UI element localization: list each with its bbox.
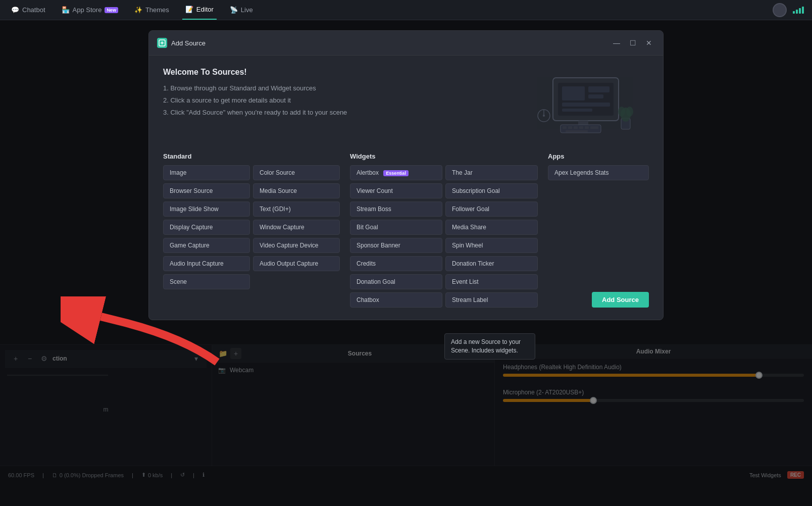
standard-items: Image Color Source Browser Source Media … <box>163 165 340 289</box>
nav-chatbot[interactable]: 💬 Chatbot <box>8 0 48 20</box>
dialog-title-left: Add Source <box>157 38 206 48</box>
svg-rect-6 <box>588 86 610 92</box>
dialog-body: Welcome To Sources! 1. Browse through ou… <box>149 56 663 320</box>
source-video-capture-device[interactable]: Video Capture Device <box>253 238 340 253</box>
svg-rect-5 <box>562 86 585 100</box>
minimize-button[interactable]: — <box>611 37 623 49</box>
dialog-title-text: Add Source <box>171 39 206 47</box>
illustration <box>518 68 649 138</box>
nav-editor[interactable]: 📝 Editor <box>182 0 217 20</box>
source-audio-input-capture[interactable]: Audio Input Capture <box>163 256 250 271</box>
apps-title: Apps <box>548 153 649 160</box>
appstore-icon: 🏪 <box>62 6 70 14</box>
apps-items: Apex Legends Stats <box>548 165 649 180</box>
welcome-step-1: 1. Browse through our Standard and Widge… <box>163 84 518 93</box>
main-area: Add Source — ☐ ✕ Welcome To Sources! 1. … <box>0 20 812 506</box>
dialog-welcome: Welcome To Sources! 1. Browse through ou… <box>163 68 649 138</box>
svg-rect-21 <box>568 126 572 129</box>
maximize-button[interactable]: ☐ <box>627 37 639 49</box>
source-game-capture[interactable]: Game Capture <box>163 238 250 253</box>
source-display-capture[interactable]: Display Capture <box>163 220 250 235</box>
source-media-source[interactable]: Media Source <box>253 183 340 198</box>
widget-spin-wheel[interactable]: Spin Wheel <box>445 238 538 253</box>
welcome-left: Welcome To Sources! 1. Browse through ou… <box>163 68 518 138</box>
svg-rect-26 <box>566 130 588 132</box>
welcome-heading: Welcome To Sources! <box>163 68 518 77</box>
nav-right <box>773 3 804 17</box>
source-image-slide-show[interactable]: Image Slide Show <box>163 201 250 217</box>
source-window-capture[interactable]: Window Capture <box>253 220 340 235</box>
source-audio-output-capture[interactable]: Audio Output Capture <box>253 256 340 271</box>
widgets-title: Widgets <box>350 153 538 160</box>
svg-rect-7 <box>588 94 603 98</box>
nav-appstore[interactable]: 🏪 App Store New <box>59 0 121 20</box>
widget-alertbox[interactable]: Alertbox Essential <box>350 165 442 180</box>
close-button[interactable]: ✕ <box>643 37 655 49</box>
widget-credits[interactable]: Credits <box>350 256 442 271</box>
svg-rect-9 <box>562 109 592 112</box>
widget-bit-goal[interactable]: Bit Goal <box>350 220 442 235</box>
widget-sponsor-banner[interactable]: Sponsor Banner <box>350 238 442 253</box>
source-image[interactable]: Image <box>163 165 250 180</box>
welcome-steps: 1. Browse through our Standard and Widge… <box>163 84 518 118</box>
standard-title: Standard <box>163 153 340 160</box>
chatbot-icon: 💬 <box>11 6 19 14</box>
svg-rect-25 <box>590 126 598 129</box>
svg-point-18 <box>626 107 633 117</box>
add-source-button[interactable]: Add Source <box>592 292 649 308</box>
widget-media-share[interactable]: Media Share <box>445 220 538 235</box>
add-source-dialog: Add Source — ☐ ✕ Welcome To Sources! 1. … <box>148 30 664 320</box>
svg-rect-24 <box>585 126 589 129</box>
widgets-section: Widgets Alertbox Essential The Jar Viewe… <box>350 153 538 308</box>
source-text-gdi[interactable]: Text (GDI+) <box>253 201 340 217</box>
widget-chatbox[interactable]: Chatbox <box>350 292 442 308</box>
svg-point-17 <box>618 107 625 117</box>
welcome-step-2: 2. Click a source to get more details ab… <box>163 96 518 105</box>
widget-the-jar[interactable]: The Jar <box>445 165 538 180</box>
widget-follower-goal[interactable]: Follower Goal <box>445 201 538 217</box>
widgets-items: Alertbox Essential The Jar Viewer Count … <box>350 165 538 308</box>
widget-event-list[interactable]: Event List <box>445 274 538 289</box>
themes-icon: ✨ <box>134 6 142 14</box>
source-scene[interactable]: Scene <box>163 274 250 289</box>
widget-viewer-count[interactable]: Viewer Count <box>350 183 442 198</box>
apps-section: Apps Apex Legends Stats <box>548 153 649 308</box>
standard-section: Standard Image Color Source Browser Sour… <box>163 153 340 308</box>
nav-live[interactable]: 📡 Live <box>227 0 256 20</box>
avatar[interactable] <box>773 3 787 17</box>
source-color-source[interactable]: Color Source <box>253 165 340 180</box>
titlebar-controls: — ☐ ✕ <box>611 37 655 49</box>
top-nav: 💬 Chatbot 🏪 App Store New ✨ Themes 📝 Edi… <box>0 0 812 20</box>
svg-point-14 <box>543 115 545 117</box>
dialog-titlebar: Add Source — ☐ ✕ <box>149 31 663 56</box>
widget-donation-goal[interactable]: Donation Goal <box>350 274 442 289</box>
essential-badge: Essential <box>383 170 409 176</box>
editor-icon: 📝 <box>185 6 193 13</box>
source-browser-source[interactable]: Browser Source <box>163 183 250 198</box>
dialog-logo <box>157 38 167 48</box>
svg-rect-22 <box>574 126 578 129</box>
widget-subscription-goal[interactable]: Subscription Goal <box>445 183 538 198</box>
signal-bars <box>793 7 804 14</box>
widget-stream-label[interactable]: Stream Label <box>445 292 538 308</box>
live-icon: 📡 <box>230 6 238 14</box>
svg-rect-23 <box>579 126 583 129</box>
sources-tooltip: Add a new Source to your Scene. Includes… <box>444 333 535 360</box>
nav-themes[interactable]: ✨ Themes <box>131 0 172 20</box>
widget-donation-ticker[interactable]: Donation Ticker <box>445 256 538 271</box>
svg-rect-20 <box>563 126 567 129</box>
welcome-step-3: 3. Click "Add Source" when you're ready … <box>163 108 518 117</box>
app-apex-legends[interactable]: Apex Legends Stats <box>548 165 649 180</box>
widget-stream-boss[interactable]: Stream Boss <box>350 201 442 217</box>
svg-rect-8 <box>562 103 610 107</box>
sources-grid: Standard Image Color Source Browser Sour… <box>163 153 649 308</box>
new-badge: New <box>105 7 118 13</box>
